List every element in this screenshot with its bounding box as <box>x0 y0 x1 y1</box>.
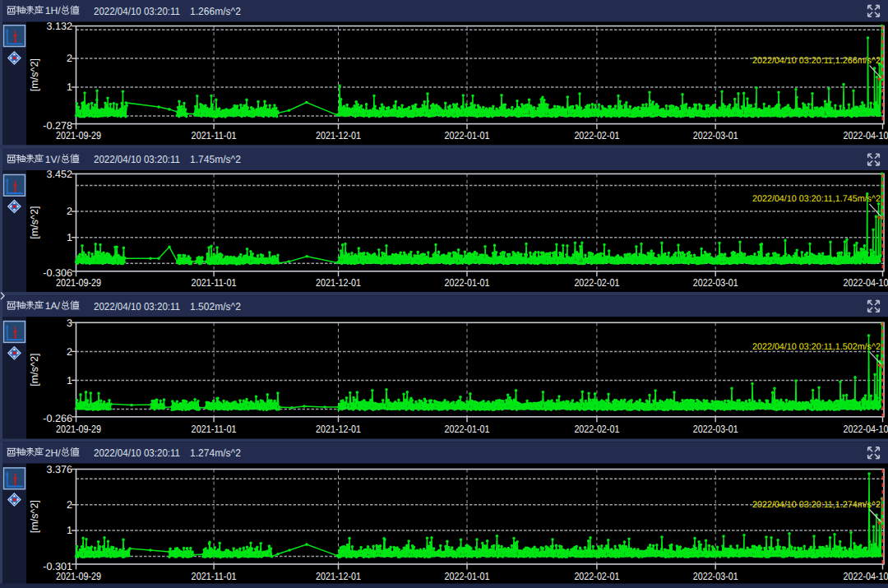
svg-text:2021-12-01: 2021-12-01 <box>316 423 361 435</box>
svg-text:1V/: 1V/ <box>45 154 61 165</box>
svg-text:3.132: 3.132 <box>46 21 72 32</box>
svg-text:2022-02-01: 2022-02-01 <box>574 129 619 141</box>
svg-text:1A/: 1A/ <box>45 300 61 312</box>
svg-text:2022-03-01: 2022-03-01 <box>693 570 738 582</box>
svg-text:[m/s^2]: [m/s^2] <box>29 58 40 91</box>
svg-text:2022/04/10 03:20:11,1.266m/s^2: 2022/04/10 03:20:11,1.266m/s^2 <box>752 56 881 66</box>
svg-text:2022-01-01: 2022-01-01 <box>445 570 490 582</box>
svg-text:2022-04-10: 2022-04-10 <box>844 276 888 289</box>
svg-text:2022/04/10 03:20:11: 2022/04/10 03:20:11 <box>94 447 180 459</box>
svg-text:1.745m/s^2: 1.745m/s^2 <box>190 153 241 165</box>
svg-text:2: 2 <box>67 53 72 64</box>
svg-text:2021-11-01: 2021-11-01 <box>192 423 237 435</box>
svg-text:2022-02-01: 2022-02-01 <box>574 570 619 582</box>
svg-text:2022-04-10: 2022-04-10 <box>844 570 888 582</box>
svg-text:1.266m/s^2: 1.266m/s^2 <box>190 5 241 17</box>
svg-text:2021-11-01: 2021-11-01 <box>192 570 237 582</box>
svg-text:2022-04-10: 2022-04-10 <box>844 129 888 141</box>
svg-text:2H/: 2H/ <box>45 447 62 459</box>
svg-text:2022/04/10 03:20:11,1.274m/s^2: 2022/04/10 03:20:11,1.274m/s^2 <box>752 500 881 510</box>
svg-text:[m/s^2]: [m/s^2] <box>29 353 40 386</box>
svg-text:2021-12-01: 2021-12-01 <box>316 276 361 289</box>
svg-text:2021-09-29: 2021-09-29 <box>56 423 101 435</box>
svg-text:3: 3 <box>67 317 72 329</box>
svg-text:2022-01-01: 2022-01-01 <box>445 276 490 289</box>
svg-text:2: 2 <box>67 346 72 358</box>
svg-text:1: 1 <box>67 232 72 243</box>
svg-text:2022-03-01: 2022-03-01 <box>693 129 738 141</box>
svg-text:2022-02-01: 2022-02-01 <box>574 423 619 435</box>
svg-text:2022-04-10: 2022-04-10 <box>844 423 888 435</box>
svg-text:[m/s^2]: [m/s^2] <box>29 206 40 238</box>
svg-text:1: 1 <box>67 375 72 387</box>
svg-text:2022/04/10 03:20:11: 2022/04/10 03:20:11 <box>94 300 180 313</box>
svg-text:1: 1 <box>67 525 72 536</box>
svg-text:2021-09-29: 2021-09-29 <box>56 276 101 289</box>
svg-text:1.274m/s^2: 1.274m/s^2 <box>190 447 241 459</box>
svg-text:1.502m/s^2: 1.502m/s^2 <box>190 300 241 313</box>
svg-text:2: 2 <box>67 206 72 217</box>
svg-text:2021-12-01: 2021-12-01 <box>316 570 361 582</box>
svg-text:2022-01-01: 2022-01-01 <box>445 129 490 141</box>
svg-text:3.376: 3.376 <box>46 464 72 475</box>
svg-text:[m/s^2]: [m/s^2] <box>29 500 40 533</box>
svg-text:2021-11-01: 2021-11-01 <box>192 129 237 141</box>
svg-text:2021-09-29: 2021-09-29 <box>56 129 101 141</box>
svg-text:2022-01-01: 2022-01-01 <box>445 423 490 435</box>
svg-text:2022/04/10 03:20:11: 2022/04/10 03:20:11 <box>94 5 180 17</box>
svg-text:2022-02-01: 2022-02-01 <box>574 276 619 289</box>
svg-text:2022/04/10 03:20:11: 2022/04/10 03:20:11 <box>94 153 180 165</box>
svg-text:2022/04/10 03:20:11,1.745m/s^2: 2022/04/10 03:20:11,1.745m/s^2 <box>752 194 881 204</box>
svg-text:1: 1 <box>67 81 72 93</box>
svg-text:3.452: 3.452 <box>46 169 72 180</box>
svg-text:2021-09-29: 2021-09-29 <box>56 570 101 582</box>
svg-text:1H/: 1H/ <box>45 5 62 16</box>
svg-text:2021-12-01: 2021-12-01 <box>316 129 361 141</box>
svg-text:2: 2 <box>67 499 72 511</box>
svg-text:2021-11-01: 2021-11-01 <box>192 276 237 289</box>
svg-text:2022/04/10 03:20:11,1.502m/s^2: 2022/04/10 03:20:11,1.502m/s^2 <box>752 342 881 352</box>
svg-text:2022-03-01: 2022-03-01 <box>693 423 738 435</box>
svg-text:2022-03-01: 2022-03-01 <box>693 276 738 289</box>
